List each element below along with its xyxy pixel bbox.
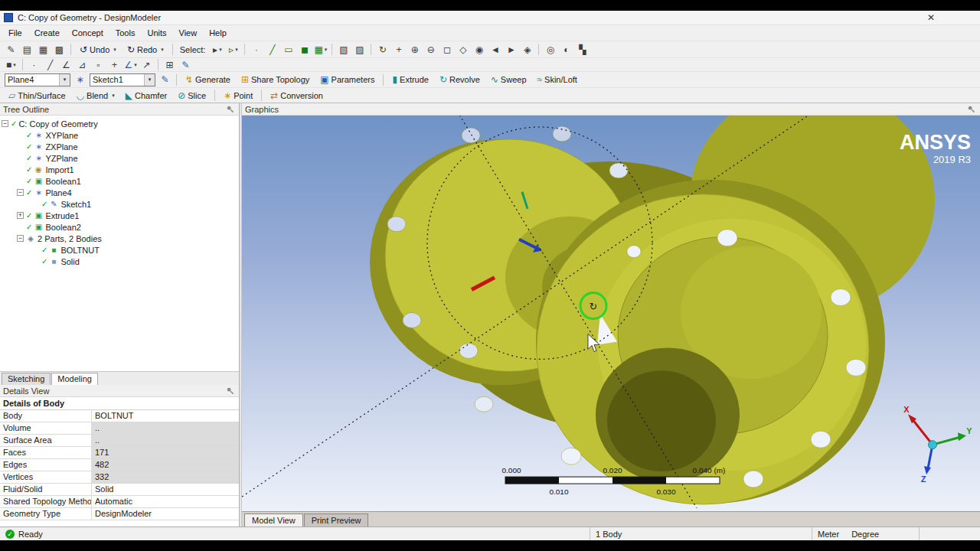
open-button[interactable]: ▤ [20, 43, 34, 56]
menu-concept[interactable]: Concept [66, 27, 109, 39]
select-loops-button[interactable]: ▹▾ [226, 43, 240, 56]
menu-tools[interactable]: Tools [109, 27, 142, 39]
pan-button[interactable]: + [391, 43, 406, 56]
tree-item-zxplane[interactable]: ✓∗ZXPlane [0, 141, 239, 152]
display-mode-button[interactable]: ◐ [559, 43, 573, 56]
tree-item-solid[interactable]: ✓■Solid [0, 256, 239, 267]
display-crosshair-button[interactable]: + [107, 58, 122, 71]
revolve-button[interactable]: ↻Revolve [435, 74, 485, 85]
chevron-down-icon[interactable]: ▾ [235, 47, 238, 53]
new-sketch-tool-button[interactable]: ✎ [158, 73, 172, 86]
sketch-grid-button[interactable]: ⊞ [162, 58, 177, 71]
edge-coloring-button[interactable]: ∠▾ [123, 58, 138, 71]
tab-sketching[interactable]: Sketching [2, 373, 51, 385]
tree-item-boltnut[interactable]: ✓■BOLTNUT [0, 244, 239, 256]
expander-icon[interactable]: − [17, 235, 24, 242]
next-view-button[interactable]: ► [504, 43, 518, 56]
tree-item-2-parts-2-bodies[interactable]: −◈2 Parts, 2 Bodies [0, 233, 239, 244]
sketch-selector[interactable]: Sketch1▾ [90, 73, 155, 86]
detail-value[interactable]: BOLTNUT [92, 410, 239, 422]
detail-value[interactable]: 482 [92, 459, 239, 471]
box-select-button[interactable]: ▧ [336, 43, 351, 56]
select-mode-button[interactable]: ▸▾ [210, 43, 224, 56]
chevron-down-icon[interactable]: ▾ [13, 62, 16, 68]
menu-create[interactable]: Create [28, 27, 66, 39]
redo-button[interactable]: ↻Redo▾ [122, 44, 168, 55]
pin-icon[interactable] [226, 105, 234, 113]
detail-value[interactable]: .. [92, 435, 239, 446]
display-tangent-edges-button[interactable]: ⊿ [75, 58, 90, 71]
detail-value[interactable]: .. [92, 422, 239, 434]
filter-edges-button[interactable]: ╱ [265, 43, 279, 56]
menu-units[interactable]: Units [141, 27, 172, 39]
tree-item-xyplane[interactable]: ✓∗XYPlane [0, 129, 239, 141]
display-edges-button[interactable]: ╱ [43, 58, 57, 71]
tree-item-sketch1[interactable]: ✓✎Sketch1 [0, 198, 239, 210]
skin-loft-button[interactable]: ≈Skin/Loft [533, 74, 582, 85]
isometric-view-button[interactable]: ◈ [520, 43, 534, 56]
slice-button[interactable]: ⊘Slice [173, 90, 211, 101]
expander-icon[interactable]: + [17, 212, 24, 219]
chevron-down-icon[interactable]: ▾ [134, 62, 137, 68]
new-plane-button[interactable]: ∗ [73, 73, 87, 86]
close-button[interactable]: ✕ [924, 12, 938, 23]
blend-button[interactable]: ◡Blend▾ [72, 90, 119, 101]
pin-icon[interactable] [967, 105, 975, 113]
lasso-select-button[interactable]: ▨ [352, 43, 367, 56]
tree-item-boolean2[interactable]: ✓▣Boolean2 [0, 221, 239, 233]
menu-view[interactable]: View [173, 27, 204, 39]
tab-modeling[interactable]: Modeling [51, 373, 98, 385]
tab-print-preview[interactable]: Print Preview [304, 514, 369, 527]
save-button[interactable]: ▦ [36, 43, 51, 56]
snap-button[interactable]: ✎ [178, 58, 193, 71]
tree-item-c-copy-of-geometry[interactable]: −✓C: Copy of Geometry [0, 118, 239, 129]
chevron-down-icon[interactable]: ▾ [161, 47, 164, 53]
expander-icon[interactable]: − [17, 189, 24, 196]
magnifier-button[interactable]: ◉ [472, 43, 486, 56]
plane-selector[interactable]: Plane4▾ [5, 73, 70, 86]
chevron-down-icon[interactable]: ▾ [325, 47, 328, 53]
detail-value[interactable]: Automatic [92, 496, 239, 507]
graphics-viewport[interactable]: ↻ ANSYS 2019 R3 0.000 0.020 0.040 ( [242, 116, 980, 511]
menu-file[interactable]: File [2, 27, 28, 39]
filter-bodies-button[interactable]: ◼ [297, 43, 312, 56]
menu-help[interactable]: Help [203, 27, 233, 39]
undo-button[interactable]: ↺Undo▾ [75, 44, 121, 55]
chevron-down-icon[interactable]: ▾ [113, 47, 116, 53]
thin-surface-button[interactable]: ▱Thin/Surface [4, 90, 70, 101]
viewports-button[interactable]: ▚ [575, 43, 590, 56]
look-at-button[interactable]: ◎ [543, 43, 557, 56]
tree-item-plane4[interactable]: −✓∗Plane4 [0, 187, 239, 198]
share-topology-button[interactable]: ⊞Share Topology [237, 74, 314, 85]
chevron-down-icon[interactable]: ▾ [219, 47, 222, 53]
display-vertices-button[interactable]: ▫ [91, 58, 106, 71]
tree-item-extrude1[interactable]: +✓▣Extrude1 [0, 210, 239, 221]
zoom-button[interactable]: ⊕ [407, 43, 422, 56]
zoom-out-button[interactable]: ⊖ [423, 43, 438, 56]
display-style-button[interactable]: ■▾ [4, 58, 18, 71]
pin-icon[interactable] [226, 386, 234, 395]
rotate-button[interactable]: ↻ [375, 43, 390, 56]
chevron-down-icon[interactable]: ▾ [112, 93, 115, 99]
display-hard-edges-button[interactable]: ∠ [59, 58, 74, 71]
detail-value[interactable]: Solid [92, 484, 239, 495]
box-zoom-button[interactable]: ◻ [439, 43, 454, 56]
detail-value[interactable]: 171 [92, 447, 239, 458]
detail-value[interactable]: 332 [92, 471, 239, 483]
tree-item-yzplane[interactable]: ✓∗YZPlane [0, 152, 239, 164]
image-capture-button[interactable]: ▩ [52, 43, 67, 56]
filter-faces-button[interactable]: ▭ [281, 43, 296, 56]
new-sketch-button[interactable]: ✎ [4, 43, 18, 56]
chevron-down-icon[interactable]: ▾ [59, 74, 70, 86]
point-button[interactable]: ∗Point [219, 90, 257, 101]
tree-item-boolean1[interactable]: ✓▣Boolean1 [0, 175, 239, 187]
edge-direction-button[interactable]: ↗ [139, 58, 154, 71]
tab-model-view[interactable]: Model View [244, 514, 303, 527]
conversion-button[interactable]: ⇄Conversion [266, 90, 328, 101]
extrude-button[interactable]: ▮Extrude [387, 74, 433, 85]
zoom-to-fit-button[interactable]: ◇ [456, 43, 470, 56]
filter-vertices-button[interactable]: ∙ [249, 43, 263, 56]
sweep-button[interactable]: ∿Sweep [486, 74, 531, 85]
adjacent-filter-button[interactable]: ▦▾ [313, 43, 328, 56]
generate-button[interactable]: ↯Generate [181, 74, 235, 85]
